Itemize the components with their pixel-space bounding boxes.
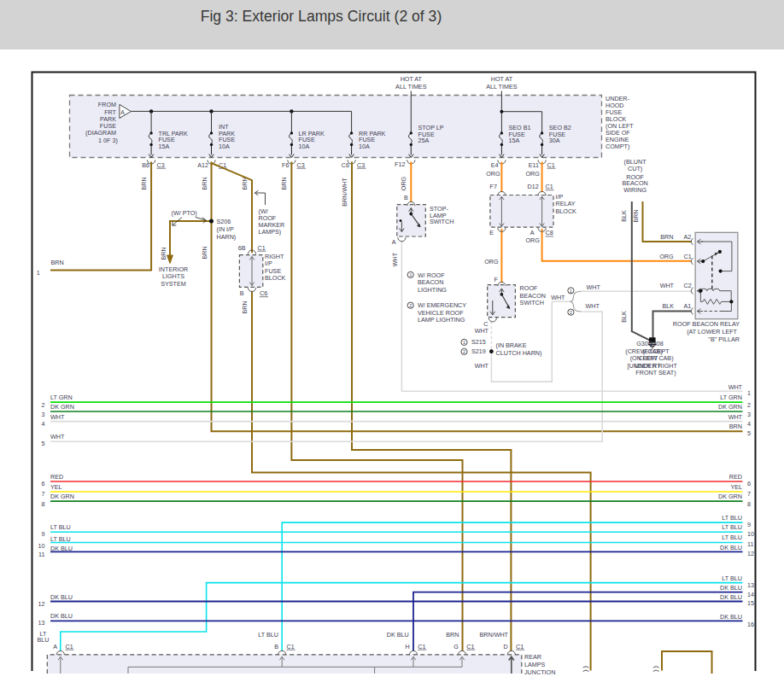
svg-text:C8: C8	[546, 229, 553, 236]
svg-text:ORG: ORG	[400, 176, 407, 190]
svg-text:3: 3	[747, 411, 751, 418]
svg-text:DK BLU: DK BLU	[50, 593, 73, 601]
svg-text:3: 3	[42, 411, 45, 418]
svg-text:HOT AT: HOT AT	[401, 75, 423, 83]
svg-text:2: 2	[570, 310, 572, 315]
svg-text:1 0F 3): 1 0F 3)	[98, 137, 118, 144]
svg-text:BLK: BLK	[620, 311, 628, 323]
svg-text:DK BLU: DK BLU	[50, 612, 73, 620]
svg-text:25A: 25A	[418, 137, 430, 144]
svg-text:WHT: WHT	[391, 252, 399, 266]
svg-text:C6: C6	[342, 161, 349, 169]
svg-text:BLU: BLU	[38, 636, 50, 644]
svg-text:DK BLU: DK BLU	[50, 545, 73, 552]
svg-text:C1: C1	[684, 253, 692, 260]
svg-text:10A: 10A	[219, 143, 230, 150]
svg-text:B: B	[404, 194, 408, 201]
svg-text:LT BLU: LT BLU	[722, 514, 742, 522]
svg-text:C1: C1	[66, 643, 73, 650]
svg-text:12: 12	[747, 550, 754, 557]
svg-text:C3: C3	[297, 161, 305, 169]
svg-text:B: B	[274, 643, 278, 650]
svg-text:BLOCK: BLOCK	[265, 274, 286, 282]
svg-text:14: 14	[747, 591, 754, 598]
svg-text:8: 8	[42, 500, 45, 508]
svg-text:HOT AT: HOT AT	[491, 75, 513, 83]
svg-text:F: F	[494, 276, 499, 283]
svg-text:5: 5	[42, 440, 45, 447]
svg-text:CUT): CUT)	[628, 165, 642, 172]
svg-text:DK GRN: DK GRN	[50, 493, 74, 500]
svg-text:7: 7	[747, 490, 751, 498]
svg-text:15: 15	[747, 599, 754, 607]
svg-text:10: 10	[747, 530, 754, 538]
svg-text:WIRING: WIRING	[623, 186, 647, 194]
svg-text:YEL: YEL	[730, 483, 742, 491]
svg-text:WHT: WHT	[587, 283, 601, 291]
svg-text:C1: C1	[516, 643, 524, 650]
svg-text:C1: C1	[547, 161, 555, 169]
svg-text:LT BLU: LT BLU	[722, 534, 742, 541]
svg-text:A1: A1	[684, 302, 692, 310]
svg-text:FRONT SEAT): FRONT SEAT)	[635, 369, 676, 376]
svg-text:2: 2	[409, 303, 412, 308]
svg-text:BLK: BLK	[620, 210, 628, 222]
svg-text:ORG: ORG	[525, 236, 540, 244]
svg-text:BRN: BRN	[632, 209, 640, 222]
svg-text:RED: RED	[50, 473, 63, 481]
svg-text:BRN: BRN	[140, 177, 148, 190]
svg-text:WHT: WHT	[586, 302, 600, 310]
svg-text:BRN: BRN	[201, 177, 208, 190]
svg-text:1: 1	[570, 289, 572, 294]
svg-text:(IN BRAKE: (IN BRAKE	[496, 341, 527, 349]
svg-text:2: 2	[42, 401, 45, 409]
svg-text:E: E	[489, 229, 494, 236]
svg-text:LT BLU: LT BLU	[50, 523, 71, 531]
svg-text:DK GRN: DK GRN	[50, 403, 74, 411]
svg-text:A: A	[53, 643, 57, 650]
svg-text:C2: C2	[684, 282, 692, 289]
svg-text:ORG: ORG	[486, 170, 500, 178]
svg-text:ROOF BEACON RELAY: ROOF BEACON RELAY	[673, 320, 740, 328]
svg-text:2: 2	[747, 401, 751, 409]
svg-text:A: A	[392, 238, 396, 246]
svg-text:A2: A2	[684, 233, 692, 241]
svg-text:F6: F6	[282, 161, 289, 169]
svg-text:BRN: BRN	[446, 631, 459, 639]
svg-text:PARK: PARK	[100, 115, 116, 123]
svg-text:WHT: WHT	[728, 383, 743, 391]
svg-text:C6: C6	[260, 289, 267, 297]
svg-text:DK BLU: DK BLU	[720, 613, 742, 621]
svg-text:DK BLU: DK BLU	[387, 631, 409, 639]
svg-text:BLK: BLK	[662, 302, 674, 310]
svg-text:E4: E4	[491, 161, 499, 169]
svg-text:WHT: WHT	[551, 294, 565, 301]
svg-text:LIGHTS: LIGHTS	[162, 272, 184, 280]
svg-text:COMPT): COMPT)	[606, 143, 629, 150]
svg-text:9: 9	[747, 521, 751, 528]
svg-text:RED: RED	[729, 473, 742, 481]
svg-text:(IN I/P: (IN I/P	[217, 225, 235, 233]
svg-text:LT BLU: LT BLU	[258, 631, 278, 639]
svg-text:LT GRN: LT GRN	[720, 394, 742, 401]
svg-text:BRN: BRN	[201, 246, 208, 259]
svg-text:ORG: ORG	[484, 258, 499, 265]
svg-text:1: 1	[409, 272, 412, 277]
svg-text:DK BLU: DK BLU	[720, 593, 742, 601]
svg-text:ALL TIMES: ALL TIMES	[486, 83, 518, 90]
svg-text:BRN: BRN	[660, 233, 673, 241]
svg-text:JUNCTION: JUNCTION	[524, 668, 555, 676]
svg-text:13: 13	[38, 619, 45, 627]
svg-text:WHT: WHT	[728, 413, 743, 421]
svg-text:LT BLU: LT BLU	[722, 575, 742, 582]
svg-text:BRN: BRN	[51, 259, 64, 266]
svg-text:D12: D12	[528, 183, 539, 190]
svg-text:YEL: YEL	[50, 483, 62, 491]
svg-text:LAMPS): LAMPS)	[259, 228, 282, 236]
svg-text:12: 12	[38, 600, 45, 608]
svg-text:C3: C3	[157, 161, 165, 169]
svg-text:A: A	[530, 229, 535, 236]
svg-text:DK BLU: DK BLU	[720, 544, 742, 551]
svg-text:C1: C1	[546, 183, 553, 190]
svg-text:CLUTCH HARN): CLUTCH HARN)	[496, 349, 542, 357]
